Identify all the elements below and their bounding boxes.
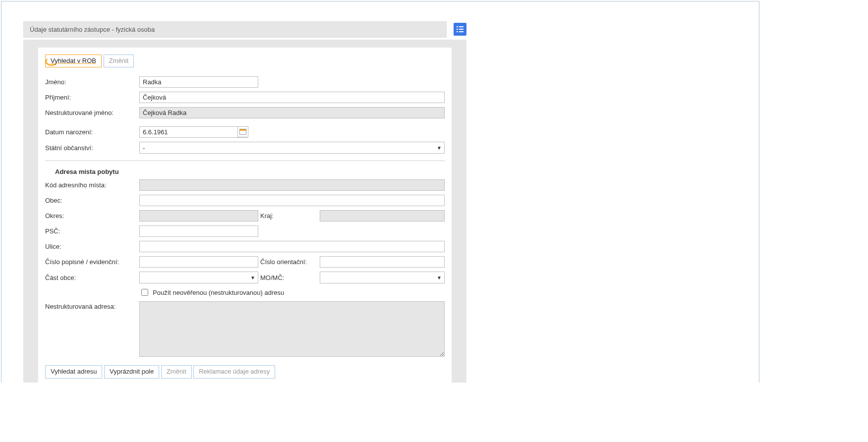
address-code-label: Kód adresního místa: [45, 181, 139, 189]
address-section-title: Adresa místa pobytu [45, 168, 139, 175]
toolbar-spacer [23, 40, 466, 48]
change-button-top[interactable]: Změnit [104, 55, 134, 67]
house-no-label: Číslo popisné / evidenční: [45, 258, 139, 266]
dob-input[interactable] [139, 126, 247, 138]
right-gutter [452, 48, 466, 383]
svg-rect-2 [457, 29, 458, 30]
zip-label: PSČ: [45, 227, 139, 235]
use-unverified-checkbox[interactable] [141, 289, 148, 296]
city-input[interactable] [139, 195, 445, 206]
orient-no-label: Číslo orientační: [260, 258, 318, 266]
street-input[interactable] [139, 241, 445, 252]
clear-fields-button[interactable]: Vyprázdnit pole [104, 365, 159, 378]
region-input [320, 210, 445, 221]
street-label: Ulice: [45, 243, 139, 250]
momc-label: MO/MČ: [260, 274, 318, 281]
unstructured-name-label: Nestrukturované jméno: [45, 109, 139, 116]
unstructured-address-textarea [139, 301, 445, 357]
citizenship-select[interactable]: - [139, 142, 445, 154]
svg-rect-5 [459, 31, 463, 32]
use-unverified-label: Použít neověřenou (nestrukturovanou) adr… [153, 289, 284, 296]
left-gutter [23, 48, 38, 383]
first-name-input[interactable] [139, 76, 258, 88]
orient-no-input[interactable] [320, 256, 445, 268]
svg-rect-1 [459, 26, 463, 27]
citizenship-label: Státní občanství: [45, 144, 139, 152]
momc-select[interactable] [320, 272, 445, 283]
address-complaint-button[interactable]: Reklamace údaje adresy [193, 365, 275, 378]
last-name-input[interactable] [139, 92, 445, 103]
svg-rect-0 [457, 26, 458, 27]
city-part-select[interactable] [139, 272, 258, 283]
svg-rect-3 [459, 29, 463, 30]
calendar-icon[interactable] [237, 126, 248, 137]
unstructured-name-input [139, 107, 445, 118]
district-label: Okres: [45, 212, 139, 220]
list-view-icon[interactable] [454, 23, 466, 36]
unstructured-address-label: Nestrukturovaná adresa: [45, 301, 139, 310]
search-rob-button[interactable]: Vyhledat v ROB [45, 55, 102, 67]
panel-title: Údaje statutárního zástupce - fyzická os… [23, 21, 447, 38]
house-no-input[interactable] [139, 256, 258, 268]
region-label: Kraj: [260, 212, 318, 220]
first-name-label: Jméno: [45, 78, 139, 86]
svg-rect-4 [457, 31, 458, 32]
address-code-input [139, 179, 445, 191]
search-address-button[interactable]: Vyhledat adresu [45, 365, 102, 378]
city-part-label: Část obce: [45, 274, 139, 281]
change-button-bottom[interactable]: Změnit [161, 365, 192, 378]
dob-label: Datum narození: [45, 128, 139, 136]
district-input [139, 210, 258, 221]
last-name-label: Příjmení: [45, 94, 139, 101]
city-label: Obec: [45, 197, 139, 204]
zip-input[interactable] [139, 225, 258, 237]
